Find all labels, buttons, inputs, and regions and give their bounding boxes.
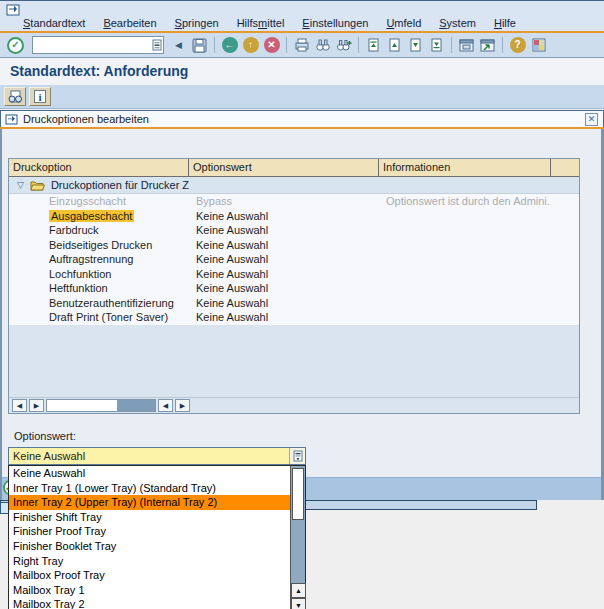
option-value: Keine Auswahl <box>189 296 379 311</box>
menu-item[interactable]: Bearbeiten <box>94 15 165 32</box>
page-last-icon <box>430 38 443 52</box>
option-value: Keine Auswahl <box>189 209 379 224</box>
dialog-title-bar[interactable]: Druckoptionen bearbeiten ✕ <box>0 110 604 127</box>
dropdown-option[interactable]: Finisher Booklet Tray <box>9 539 305 554</box>
scroll-left-button[interactable]: ◀ <box>158 399 173 412</box>
title-bar: Standardtext: Anforderung <box>0 59 604 85</box>
dropdown-option[interactable]: Mailbox Proof Tray <box>9 568 305 583</box>
info-button[interactable]: i <box>29 87 51 106</box>
menu-item[interactable]: Hilfsmittel <box>228 15 294 32</box>
page-title: Standardtext: Anforderung <box>10 63 188 79</box>
dropdown-option[interactable]: Keine Auswahl <box>9 466 305 481</box>
next-page-button[interactable] <box>405 35 426 55</box>
option-name: Auftragstrennung <box>49 253 133 265</box>
table-row[interactable]: Beidseitiges Drucken Keine Auswahl <box>9 238 579 253</box>
option-name: Draft Print (Toner Saver) <box>49 311 168 323</box>
column-header[interactable]: Informationen <box>379 159 551 176</box>
table-row[interactable]: Farbdruck Keine Auswahl <box>9 223 579 238</box>
optionswert-dropdown: Keine AuswahlInner Tray 1 (Lower Tray) (… <box>8 465 306 609</box>
last-page-button[interactable] <box>426 35 447 55</box>
find-next-button[interactable] <box>333 35 354 55</box>
dropdown-scroll-up-button[interactable]: ▲ <box>291 583 306 598</box>
column-header[interactable]: Optionswert <box>189 159 379 176</box>
dropdown-option[interactable]: Finisher Shift Tray <box>9 510 305 525</box>
binoculars-plus-icon <box>336 38 352 52</box>
table-row[interactable]: Einzugsschacht Bypass Optionswert ist du… <box>9 194 579 209</box>
scroll-left-button[interactable]: ◀ <box>12 399 27 412</box>
option-name: Lochfunktion <box>49 268 111 280</box>
document-glasses-icon <box>7 90 23 104</box>
dropdown-option[interactable]: Inner Tray 1 (Lower Tray) (Standard Tray… <box>9 481 305 496</box>
dropdown-scroll-down-button[interactable]: ▼ <box>291 598 306 609</box>
dropdown-option[interactable]: Mailbox Tray 1 <box>9 583 305 598</box>
dropdown-option[interactable]: Inner Tray 2 (Upper Tray) (Internal Tray… <box>9 495 305 510</box>
close-icon: ✕ <box>588 114 596 124</box>
dropdown-option[interactable]: Mailbox Tray 2 <box>9 597 305 609</box>
option-info <box>379 267 551 282</box>
toolbar-separator <box>502 37 503 53</box>
column-header[interactable] <box>551 159 579 176</box>
menu-item[interactable]: Hilfe <box>485 15 525 32</box>
command-input[interactable] <box>32 36 164 54</box>
dropdown-option[interactable]: Right Tray <box>9 554 305 569</box>
tree-group-label: Druckoptionen für Drucker Z <box>51 179 189 191</box>
option-info: Optionswert ist durch den Admini... <box>379 194 551 209</box>
dialog-window-icon <box>5 114 18 125</box>
exit-button[interactable]: ↑ <box>240 35 261 55</box>
option-value: Bypass <box>189 194 379 209</box>
combobox-dropdown-button[interactable] <box>289 448 305 464</box>
display-other-text-button[interactable] <box>4 87 26 106</box>
save-button[interactable] <box>189 35 210 55</box>
dropdown-scrollbar[interactable]: ▲ ▼ <box>290 466 305 609</box>
option-name: Heftfunktion <box>49 282 108 294</box>
page-previous-icon <box>388 38 401 52</box>
optionswert-combobox[interactable]: Keine Auswahl <box>8 447 306 465</box>
table-row[interactable]: Auftragstrennung Keine Auswahl <box>9 252 579 267</box>
scroll-right-button[interactable]: ▶ <box>175 399 190 412</box>
print-button[interactable] <box>291 35 312 55</box>
menu-item[interactable]: Einstellungen <box>293 15 377 32</box>
table-row[interactable]: Benutzerauthentifizierung Keine Auswahl <box>9 296 579 311</box>
dropdown-scrollbar-thumb[interactable] <box>292 468 304 520</box>
table-row[interactable]: Heftfunktion Keine Auswahl <box>9 281 579 296</box>
option-info <box>379 310 551 325</box>
command-history-icon[interactable] <box>152 39 162 51</box>
option-value: Keine Auswahl <box>189 238 379 253</box>
new-session-button[interactable] <box>456 35 477 55</box>
tree-group-row[interactable]: ▽ Druckoptionen für Drucker Z <box>9 177 579 194</box>
table-row[interactable]: Ausgabeschacht Keine Auswahl <box>9 209 579 224</box>
menu-item[interactable]: Springen <box>166 15 228 32</box>
column-header[interactable]: Druckoption <box>9 159 189 176</box>
tree-collapse-icon[interactable]: ▽ <box>17 180 24 190</box>
table-row[interactable]: Draft Print (Toner Saver) Keine Auswahl <box>9 310 579 325</box>
toolbar-separator <box>214 37 215 53</box>
collapse-command-button[interactable]: ◀ <box>168 35 189 55</box>
scrollbar-thumb[interactable] <box>117 400 155 411</box>
menu-item[interactable]: System <box>430 15 485 32</box>
new-window-icon <box>459 39 474 52</box>
table-row[interactable]: Lochfunktion Keine Auswahl <box>9 267 579 282</box>
option-value: Keine Auswahl <box>189 310 379 325</box>
first-page-button[interactable] <box>363 35 384 55</box>
dropdown-option[interactable]: Finisher Proof Tray <box>9 524 305 539</box>
scrollbar-track[interactable] <box>46 399 156 412</box>
menu-item[interactable]: Umfeld <box>377 15 430 32</box>
option-value: Keine Auswahl <box>189 223 379 238</box>
find-button[interactable] <box>312 35 333 55</box>
option-name: Ausgabeschacht <box>49 210 134 222</box>
system-toolbar: ✓ ◀ ← ↑ ✕ <box>0 33 604 58</box>
cancel-button[interactable]: ✕ <box>261 35 282 55</box>
enter-button[interactable]: ✓ <box>5 35 26 55</box>
table-empty-area <box>9 325 579 398</box>
previous-page-button[interactable] <box>384 35 405 55</box>
help-button[interactable]: ? <box>507 35 528 55</box>
back-button[interactable]: ← <box>219 35 240 55</box>
menu-item[interactable]: Standardtext <box>14 15 94 32</box>
customize-layout-button[interactable] <box>528 35 549 55</box>
layout-grid-icon <box>532 38 546 52</box>
scroll-right-button[interactable]: ▶ <box>29 399 44 412</box>
create-shortcut-button[interactable] <box>477 35 498 55</box>
dialog-close-button[interactable]: ✕ <box>585 113 598 126</box>
print-options-table: DruckoptionOptionswertInformationen ▽ Dr… <box>8 158 580 414</box>
folder-open-icon <box>30 179 45 191</box>
